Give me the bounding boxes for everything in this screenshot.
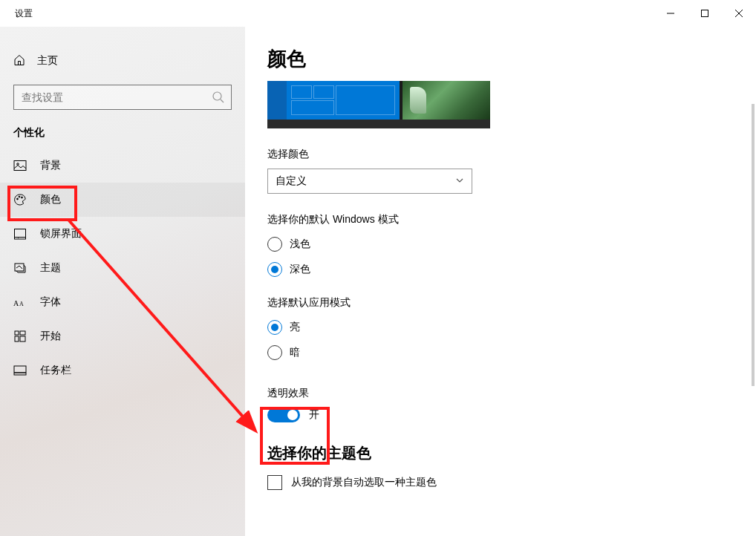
picture-icon: [13, 159, 27, 172]
page-title: 颜色: [267, 46, 756, 72]
svg-text:A: A: [19, 301, 24, 307]
app-mode-label: 选择默认应用模式: [267, 296, 756, 310]
svg-rect-20: [20, 336, 25, 341]
sidebar-item-fonts[interactable]: AA 字体: [0, 285, 245, 319]
home-icon: [13, 54, 25, 68]
svg-rect-18: [20, 331, 25, 335]
color-mode-value: 自定义: [276, 174, 307, 188]
window-controls: [654, 1, 756, 25]
radio-icon: [267, 320, 282, 335]
svg-rect-17: [15, 331, 19, 335]
svg-rect-21: [14, 366, 26, 375]
content-area: 颜色 选择颜色 自定义 选择你的默认 Windows 模式: [245, 27, 756, 536]
sidebar-section-title: 个性化: [13, 126, 245, 140]
sidebar-item-background[interactable]: 背景: [0, 148, 245, 183]
titlebar-title: 设置: [15, 7, 33, 20]
sidebar-item-themes[interactable]: 主题: [0, 251, 245, 285]
search-icon: [212, 91, 225, 104]
svg-rect-1: [702, 10, 708, 17]
sidebar-item-lockscreen[interactable]: 锁屏界面: [0, 217, 245, 251]
svg-rect-11: [15, 229, 26, 238]
accent-heading: 选择你的主题色: [267, 443, 756, 463]
radio-label: 暗: [290, 346, 300, 359]
fonts-icon: AA: [13, 295, 27, 309]
search-box[interactable]: [13, 85, 232, 110]
sidebar-home-label: 主页: [37, 54, 58, 68]
sidebar-item-label: 任务栏: [40, 364, 71, 377]
transparency-label: 透明效果: [267, 387, 756, 400]
svg-rect-14: [15, 264, 24, 271]
radio-label: 亮: [290, 321, 300, 334]
sidebar-item-taskbar[interactable]: 任务栏: [0, 353, 245, 388]
themes-icon: [13, 261, 27, 275]
radio-label: 浅色: [290, 238, 310, 251]
svg-rect-12: [15, 238, 26, 240]
svg-point-4: [213, 92, 221, 100]
sidebar-item-start[interactable]: 开始: [0, 319, 245, 353]
sidebar-item-colors[interactable]: 颜色: [0, 183, 245, 217]
radio-label: 深色: [290, 263, 310, 276]
color-preview: [267, 81, 490, 128]
windows-mode-light-radio[interactable]: 浅色: [267, 237, 756, 252]
sidebar-item-label: 开始: [40, 330, 61, 343]
app-mode-dark-radio[interactable]: 暗: [267, 345, 756, 360]
checkbox-icon: [267, 475, 282, 490]
svg-rect-6: [14, 161, 26, 171]
svg-point-10: [22, 197, 23, 198]
sidebar-item-label: 字体: [40, 295, 61, 309]
titlebar: 设置: [0, 0, 756, 27]
color-mode-dropdown[interactable]: 自定义: [267, 169, 472, 194]
transparency-state: 开: [309, 408, 319, 422]
windows-mode-label: 选择你的默认 Windows 模式: [267, 213, 756, 226]
auto-accent-checkbox-row[interactable]: 从我的背景自动选取一种主题色: [267, 475, 756, 490]
search-input[interactable]: [22, 91, 212, 103]
minimize-button[interactable]: [654, 1, 688, 25]
sidebar-nav: 背景 颜色 锁屏界面: [0, 148, 245, 388]
sidebar-item-label: 主题: [40, 261, 61, 275]
transparency-toggle[interactable]: [267, 408, 300, 422]
sidebar: 主页 个性化 背景: [0, 27, 245, 536]
radio-icon: [267, 345, 282, 360]
app-mode-light-radio[interactable]: 亮: [267, 320, 756, 335]
svg-line-5: [221, 99, 224, 102]
scrollbar[interactable]: [752, 104, 755, 386]
sidebar-item-label: 锁屏界面: [40, 227, 82, 241]
svg-point-9: [19, 196, 20, 197]
radio-icon: [267, 237, 282, 252]
sidebar-home[interactable]: 主页: [0, 46, 245, 76]
svg-rect-19: [15, 336, 19, 341]
taskbar-icon: [13, 364, 27, 377]
radio-icon: [267, 262, 282, 277]
auto-accent-label: 从我的背景自动选取一种主题色: [291, 476, 437, 489]
sidebar-item-label: 颜色: [40, 193, 61, 206]
svg-text:A: A: [13, 299, 19, 307]
close-button[interactable]: [722, 1, 756, 25]
lockscreen-icon: [13, 227, 27, 241]
chevron-down-icon: [455, 175, 464, 187]
windows-mode-dark-radio[interactable]: 深色: [267, 262, 756, 277]
choose-color-label: 选择颜色: [267, 148, 756, 161]
svg-point-8: [17, 198, 19, 200]
palette-icon: [13, 193, 27, 206]
maximize-button[interactable]: [688, 1, 722, 25]
sidebar-item-label: 背景: [40, 159, 61, 172]
start-icon: [13, 330, 27, 343]
